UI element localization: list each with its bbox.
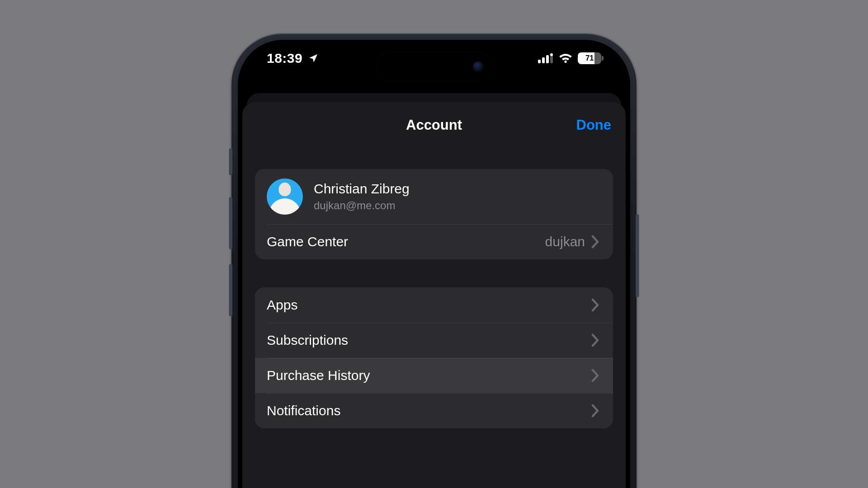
svg-rect-0 [538, 60, 541, 63]
row-label: Subscriptions [267, 333, 591, 348]
profile-email: dujkan@me.com [314, 199, 410, 212]
svg-rect-1 [542, 57, 545, 63]
notifications-row[interactable]: Notifications [255, 393, 613, 428]
power-button[interactable] [636, 214, 639, 297]
svg-rect-2 [546, 55, 549, 63]
chevron-right-icon [591, 235, 601, 249]
row-value: dujkan [545, 234, 585, 249]
settings-group: Apps Subscriptions Purchase History [255, 287, 613, 428]
chevron-right-icon [591, 298, 601, 312]
chevron-right-icon [591, 404, 601, 418]
location-icon [308, 53, 319, 64]
cellular-icon [538, 53, 553, 63]
purchase-history-row[interactable]: Purchase History [255, 358, 613, 393]
status-time: 18:39 [267, 51, 302, 66]
row-label: Apps [267, 297, 591, 313]
profile-name: Christian Zibreg [314, 181, 410, 197]
account-sheet: Account Done Christian Zibreg dujkan@me.… [242, 102, 626, 488]
profile-row[interactable]: Christian Zibreg dujkan@me.com [255, 169, 613, 224]
wifi-icon [559, 53, 572, 63]
svg-point-4 [550, 53, 553, 56]
profile-group: Christian Zibreg dujkan@me.com Game Cent… [255, 169, 613, 259]
battery-icon: 71 [578, 52, 601, 64]
sheet-header: Account Done [255, 102, 613, 148]
phone-screen: 18:39 [238, 40, 630, 488]
row-label: Notifications [267, 403, 591, 418]
game-center-row[interactable]: Game Center dujkan [255, 224, 613, 259]
volume-up-button[interactable] [229, 197, 232, 249]
apps-row[interactable]: Apps [255, 287, 613, 323]
phone-frame: 18:39 [231, 33, 637, 488]
chevron-right-icon [591, 333, 601, 347]
dynamic-island[interactable] [376, 52, 492, 81]
volume-down-button[interactable] [229, 264, 232, 316]
row-label: Purchase History [267, 368, 591, 383]
avatar [267, 178, 303, 215]
row-label: Game Center [267, 234, 545, 249]
silence-switch[interactable] [229, 148, 232, 175]
subscriptions-row[interactable]: Subscriptions [255, 323, 613, 358]
chevron-right-icon [591, 369, 601, 382]
battery-percent: 71 [578, 52, 601, 64]
done-button[interactable]: Done [576, 117, 612, 133]
sheet-title: Account [406, 117, 462, 133]
